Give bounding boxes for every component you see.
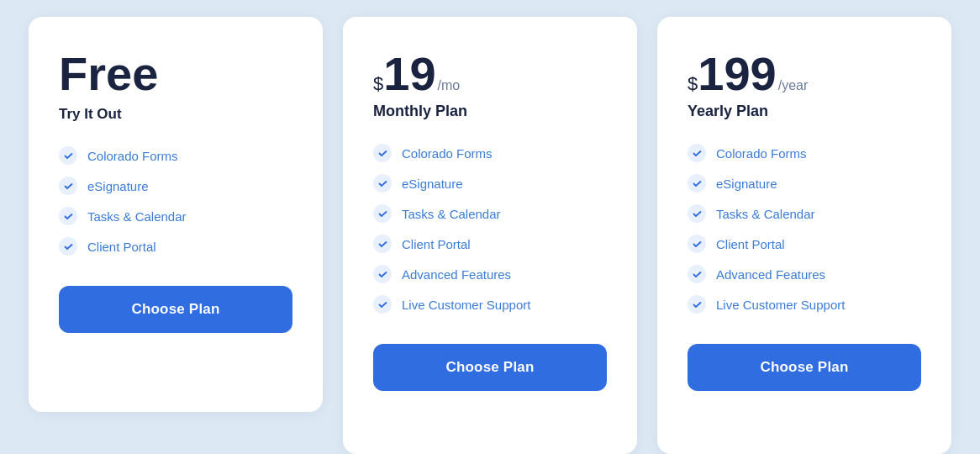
feature-label: Advanced Features <box>402 267 511 282</box>
feature-label: Client Portal <box>402 237 471 251</box>
pricing-container: Free Try It Out Colorado Forms eSignatur… <box>0 0 980 454</box>
feature-label: Live Customer Support <box>402 298 530 312</box>
price-line: $ 199 /year <box>688 50 921 98</box>
checkmark-circle-icon <box>688 204 706 223</box>
checkmark-circle-icon <box>688 295 706 314</box>
list-item: eSignature <box>59 177 292 195</box>
feature-label: Tasks & Calendar <box>402 207 501 221</box>
feature-label: Tasks & Calendar <box>87 209 187 224</box>
price-amount: 199 <box>698 50 776 98</box>
price-amount: 19 <box>383 50 435 98</box>
yearly-plan-card: $ 199 /year Yearly Plan Colorado Forms <box>657 17 951 454</box>
monthly-plan-card: $ 19 /mo Monthly Plan Colorado Forms <box>343 17 637 454</box>
list-item: Colorado Forms <box>373 144 607 162</box>
currency-symbol: $ <box>373 73 383 95</box>
monthly-choose-plan-button[interactable]: Choose Plan <box>373 344 607 391</box>
list-item: Client Portal <box>373 235 607 253</box>
price-line: $ 19 /mo <box>373 50 607 98</box>
list-item: Client Portal <box>688 235 921 253</box>
list-item: Client Portal <box>59 237 292 256</box>
checkmark-circle-icon <box>688 265 706 283</box>
yearly-plan-name: Yearly Plan <box>688 103 921 120</box>
checkmark-circle-icon <box>373 235 392 253</box>
currency-symbol: $ <box>688 73 698 95</box>
feature-label: eSignature <box>402 177 463 191</box>
feature-label: Colorado Forms <box>716 146 807 161</box>
feature-label: Colorado Forms <box>402 146 493 161</box>
checkmark-circle-icon <box>59 237 77 256</box>
checkmark-circle-icon <box>59 177 77 195</box>
list-item: Tasks & Calendar <box>373 204 607 223</box>
feature-label: Client Portal <box>87 240 156 254</box>
checkmark-circle-icon <box>373 174 392 193</box>
list-item: Tasks & Calendar <box>688 204 921 223</box>
list-item: Advanced Features <box>373 265 607 283</box>
free-plan-card: Free Try It Out Colorado Forms eSignatur… <box>29 17 323 412</box>
free-plan-title: Free <box>59 50 292 98</box>
list-item: Tasks & Calendar <box>59 207 292 225</box>
checkmark-circle-icon <box>373 265 392 283</box>
checkmark-circle-icon <box>373 295 392 314</box>
checkmark-circle-icon <box>688 144 706 162</box>
feature-label: Colorado Forms <box>87 149 178 163</box>
monthly-plan-name: Monthly Plan <box>373 103 607 120</box>
checkmark-circle-icon <box>688 174 706 193</box>
list-item: Live Customer Support <box>688 295 921 314</box>
list-item: Colorado Forms <box>59 146 292 165</box>
checkmark-circle-icon <box>688 235 706 253</box>
feature-label: Tasks & Calendar <box>716 207 815 221</box>
feature-label: Advanced Features <box>716 267 825 282</box>
list-item: Advanced Features <box>688 265 921 283</box>
list-item: eSignature <box>373 174 607 193</box>
price-period: /year <box>778 78 809 93</box>
free-choose-plan-button[interactable]: Choose Plan <box>59 286 292 333</box>
free-features-list: Colorado Forms eSignature Tasks & Calend… <box>59 146 292 256</box>
feature-label: eSignature <box>87 179 149 193</box>
checkmark-circle-icon <box>59 146 77 165</box>
feature-label: eSignature <box>716 177 777 191</box>
feature-label: Client Portal <box>716 237 785 251</box>
feature-label: Live Customer Support <box>716 298 845 312</box>
yearly-features-list: Colorado Forms eSignature Tasks & Calend… <box>688 144 921 314</box>
checkmark-circle-icon <box>373 144 392 162</box>
checkmark-circle-icon <box>59 207 77 225</box>
yearly-choose-plan-button[interactable]: Choose Plan <box>688 344 921 391</box>
list-item: Live Customer Support <box>373 295 607 314</box>
free-plan-subtitle: Try It Out <box>59 106 292 123</box>
list-item: Colorado Forms <box>688 144 921 162</box>
price-period: /mo <box>438 78 461 93</box>
checkmark-circle-icon <box>373 204 392 223</box>
monthly-features-list: Colorado Forms eSignature Tasks & Calend… <box>373 144 607 314</box>
list-item: eSignature <box>688 174 921 193</box>
